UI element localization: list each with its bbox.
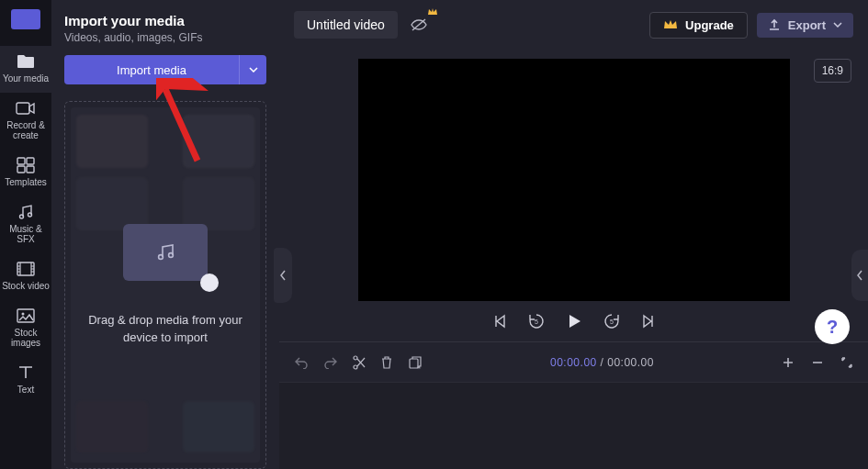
dropzone-blur-bg — [71, 107, 260, 463]
svg-point-6 — [28, 213, 32, 217]
rail-label: Templates — [5, 177, 47, 187]
chevron-left-icon — [856, 270, 863, 281]
music-icon — [16, 204, 36, 220]
rail-label: Record & create — [6, 120, 45, 140]
chevron-down-icon — [833, 22, 842, 28]
duplicate-button[interactable] — [408, 355, 423, 370]
delete-button[interactable] — [380, 355, 393, 370]
project-title[interactable]: Untitled video — [294, 11, 398, 39]
timeline-track[interactable] — [279, 382, 868, 469]
right-panel-expand[interactable] — [851, 250, 868, 301]
rail-item-templates[interactable]: Templates — [0, 150, 51, 196]
media-panel: Import your media Videos, audio, images,… — [51, 0, 279, 469]
crown-icon — [663, 19, 678, 30]
timeline-toolbar: 00:00.00 / 00:00.00 — [279, 341, 868, 382]
svg-text:5: 5 — [610, 318, 614, 325]
import-media-dropdown[interactable] — [239, 55, 266, 84]
help-button[interactable]: ? — [815, 309, 850, 344]
rail-label: Music & SFX — [0, 224, 51, 244]
play-button[interactable] — [566, 313, 582, 329]
svg-point-5 — [20, 215, 24, 218]
svg-rect-0 — [17, 103, 29, 114]
top-bar: Untitled video Upgrade Export — [279, 0, 868, 50]
svg-text:5: 5 — [535, 318, 538, 325]
svg-rect-1 — [17, 158, 25, 164]
fit-timeline-button[interactable] — [840, 356, 853, 369]
export-label: Export — [788, 18, 826, 32]
upgrade-label: Upgrade — [685, 18, 734, 32]
eye-off-icon — [410, 17, 428, 32]
rail-item-record-create[interactable]: Record & create — [0, 93, 51, 150]
aspect-ratio-selector[interactable]: 16:9 — [814, 59, 851, 83]
rail-label: Stock images — [11, 328, 40, 348]
timecode-current: 00:00.00 — [550, 356, 597, 369]
svg-rect-2 — [27, 158, 34, 164]
split-button[interactable] — [353, 355, 366, 370]
rail-item-your-media[interactable]: Your media — [0, 46, 51, 93]
help-label: ? — [827, 317, 838, 338]
skip-start-button[interactable] — [492, 314, 507, 329]
upgrade-button[interactable]: Upgrade — [649, 12, 748, 39]
transport-controls: 5 5 — [279, 301, 868, 341]
main-area: Untitled video Upgrade Export 16:9 — [279, 0, 868, 469]
redo-button[interactable] — [323, 356, 338, 369]
upload-icon — [768, 18, 781, 31]
camera-icon — [16, 100, 36, 117]
svg-point-14 — [354, 356, 357, 360]
timecode-total: 00:00.00 — [607, 356, 654, 369]
rail-label: Stock video — [2, 281, 50, 291]
timecode-display: 00:00.00 / 00:00.00 — [439, 356, 765, 369]
rewind-5-button[interactable]: 5 — [527, 312, 546, 330]
svg-point-11 — [169, 253, 174, 258]
svg-rect-4 — [27, 166, 34, 173]
media-dropzone[interactable]: Drag & drop media from your device to im… — [64, 101, 266, 469]
rail-label: Text — [17, 385, 34, 395]
export-button[interactable]: Export — [757, 13, 853, 38]
zoom-in-button[interactable] — [782, 356, 795, 369]
svg-point-15 — [354, 365, 357, 369]
svg-point-10 — [159, 255, 163, 260]
svg-rect-16 — [410, 359, 418, 368]
left-nav-rail: Your media Record & create Templates Mus… — [0, 0, 51, 469]
rail-label: Your media — [3, 73, 49, 84]
filmstrip-icon — [16, 261, 36, 277]
music-note-icon — [154, 242, 176, 262]
image-icon — [16, 307, 36, 324]
skip-end-button[interactable] — [641, 314, 656, 329]
media-folder-icon — [16, 53, 36, 70]
zoom-out-button[interactable] — [811, 356, 824, 369]
premium-badge-icon — [427, 7, 438, 17]
chevron-down-icon — [249, 67, 258, 73]
undo-button[interactable] — [294, 356, 309, 369]
rail-item-stock-video[interactable]: Stock video — [0, 253, 51, 300]
panel-subtitle: Videos, audio, images, GIFs — [64, 31, 266, 44]
rail-item-text[interactable]: Text — [0, 357, 51, 404]
import-media-button[interactable]: Import media — [64, 55, 239, 84]
svg-rect-3 — [17, 166, 25, 173]
visibility-toggle[interactable] — [407, 13, 431, 37]
templates-icon — [16, 157, 36, 173]
text-icon — [16, 364, 36, 381]
forward-5-button[interactable]: 5 — [603, 312, 621, 330]
app-logo — [11, 9, 40, 29]
panel-title: Import your media — [64, 13, 266, 28]
video-preview-canvas[interactable] — [358, 59, 790, 301]
rail-item-stock-images[interactable]: Stock images — [0, 300, 51, 357]
svg-point-9 — [22, 313, 25, 316]
dropzone-illustration — [123, 224, 208, 281]
rail-item-music-sfx[interactable]: Music & SFX — [0, 196, 51, 253]
dropzone-hint: Drag & drop media from your device to im… — [65, 312, 265, 345]
